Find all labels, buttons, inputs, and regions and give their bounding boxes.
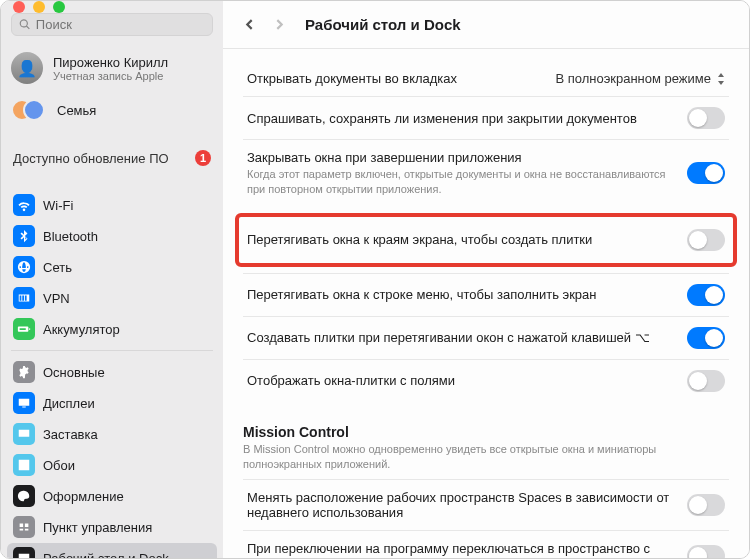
toggle[interactable] <box>687 229 725 251</box>
page-title: Рабочий стол и Dock <box>305 16 461 33</box>
screensaver-icon <box>13 423 35 445</box>
row-label: Отображать окна-плитки с полями <box>247 373 671 388</box>
sidebar-item-label: Сеть <box>43 260 72 275</box>
toggle[interactable] <box>687 107 725 129</box>
toggle[interactable] <box>687 370 725 392</box>
profile-sub: Учетная запись Apple <box>53 70 168 82</box>
dock-icon <box>13 547 35 558</box>
sidebar-item-label: Заставка <box>43 427 98 442</box>
forward-button[interactable] <box>267 13 291 37</box>
setting-drag-windows-to-edges: Перетягивать окна к краям экрана, чтобы … <box>247 223 725 257</box>
wallpaper-icon <box>13 454 35 476</box>
row-label: Создавать плитки при перетягивании окон … <box>247 330 671 345</box>
setting-switch-to-space: При переключении на программу переключат… <box>243 530 729 558</box>
control-icon <box>13 516 35 538</box>
sidebar-item-label: Wi-Fi <box>43 198 73 213</box>
section-title-mission-control: Mission Control <box>243 424 729 440</box>
appearance-icon <box>13 485 35 507</box>
sidebar-item-label: Аккумулятор <box>43 322 120 337</box>
row-label: Закрывать окна при завершении приложения <box>247 150 671 165</box>
software-update-row[interactable]: Доступно обновление ПО 1 <box>1 142 223 174</box>
profile-name: Пироженко Кирилл <box>53 55 168 70</box>
row-label: Перетягивать окна к строке меню, чтобы з… <box>247 287 671 302</box>
bluetooth-icon <box>13 225 35 247</box>
sidebar-item-label: Основные <box>43 365 105 380</box>
close-window-button[interactable] <box>13 1 25 13</box>
sidebar-item-label: Пункт управления <box>43 520 152 535</box>
sidebar-item-3[interactable]: VPN <box>7 283 217 313</box>
avatar: 👤 <box>11 52 43 84</box>
row-label: Спрашивать, сохранять ли изменения при з… <box>247 111 671 126</box>
back-button[interactable] <box>237 13 261 37</box>
wifi-icon <box>13 194 35 216</box>
search-icon <box>19 18 31 31</box>
sidebar-item-1[interactable]: Bluetooth <box>7 221 217 251</box>
minimize-window-button[interactable] <box>33 1 45 13</box>
setting-ask-save-changes: Спрашивать, сохранять ли изменения при з… <box>243 96 729 139</box>
sidebar-item-7[interactable]: Заставка <box>7 419 217 449</box>
toggle[interactable] <box>687 327 725 349</box>
family-row[interactable]: Семья <box>1 90 223 130</box>
apple-id-row[interactable]: 👤 Пироженко Кирилл Учетная запись Apple <box>1 46 223 90</box>
family-avatars-icon <box>11 96 47 124</box>
chevron-updown-icon <box>717 73 725 85</box>
toggle[interactable] <box>687 162 725 184</box>
sidebar-item-label: VPN <box>43 291 70 306</box>
search-input[interactable] <box>36 17 205 32</box>
dropdown-value[interactable]: В полноэкранном режиме <box>555 71 725 86</box>
battery-icon <box>13 318 35 340</box>
family-label: Семья <box>57 103 96 118</box>
row-label: Перетягивать окна к краям экрана, чтобы … <box>247 232 671 247</box>
sidebar-item-label: Bluetooth <box>43 229 98 244</box>
globe-icon <box>13 256 35 278</box>
setting-tiled-windows-margins: Отображать окна-плитки с полями <box>243 359 729 402</box>
sidebar-item-2[interactable]: Сеть <box>7 252 217 282</box>
search-field[interactable] <box>11 13 213 36</box>
sidebar-item-label: Оформление <box>43 489 124 504</box>
vpn-icon <box>13 287 35 309</box>
section-sub: В Mission Control можно одновременно уви… <box>243 442 729 472</box>
setting-open-docs-in-tabs[interactable]: Открывать документы во вкладках В полноэ… <box>243 61 729 96</box>
update-label: Доступно обновление ПО <box>13 151 169 166</box>
sidebar-item-label: Обои <box>43 458 75 473</box>
sidebar-item-0[interactable]: Wi-Fi <box>7 190 217 220</box>
row-label: При переключении на программу переключат… <box>247 541 671 558</box>
toggle[interactable] <box>687 494 725 516</box>
sidebar-item-label: Рабочий стол и Dock <box>43 551 169 559</box>
sidebar-item-11[interactable]: Рабочий стол и Dock <box>7 543 217 558</box>
display-icon <box>13 392 35 414</box>
content-header: Рабочий стол и Dock <box>223 1 749 49</box>
row-label: Менять расположение рабочих пространств … <box>247 490 671 520</box>
sidebar-item-10[interactable]: Пункт управления <box>7 512 217 542</box>
sidebar-item-5[interactable]: Основные <box>7 357 217 387</box>
row-sub: Когда этот параметр включен, открытые до… <box>247 167 671 197</box>
row-label: Открывать документы во вкладках <box>247 71 539 86</box>
setting-close-windows-on-quit: Закрывать окна при завершении приложения… <box>243 139 729 207</box>
toggle[interactable] <box>687 545 725 558</box>
setting-drag-windows-to-menubar: Перетягивать окна к строке меню, чтобы з… <box>243 273 729 316</box>
sidebar-item-4[interactable]: Аккумулятор <box>7 314 217 344</box>
setting-tile-with-option-key: Создавать плитки при перетягивании окон … <box>243 316 729 359</box>
gear-icon <box>13 361 35 383</box>
highlighted-setting: Перетягивать окна к краям экрана, чтобы … <box>235 213 737 267</box>
window-controls <box>1 1 223 13</box>
setting-rearrange-spaces: Менять расположение рабочих пространств … <box>243 479 729 530</box>
sidebar-item-9[interactable]: Оформление <box>7 481 217 511</box>
sidebar-nav: Wi-FiBluetoothСетьVPNАккумуляторОсновные… <box>1 186 223 558</box>
sidebar-item-8[interactable]: Обои <box>7 450 217 480</box>
toggle[interactable] <box>687 284 725 306</box>
update-badge: 1 <box>195 150 211 166</box>
sidebar-item-6[interactable]: Дисплеи <box>7 388 217 418</box>
sidebar-item-label: Дисплеи <box>43 396 95 411</box>
zoom-window-button[interactable] <box>53 1 65 13</box>
